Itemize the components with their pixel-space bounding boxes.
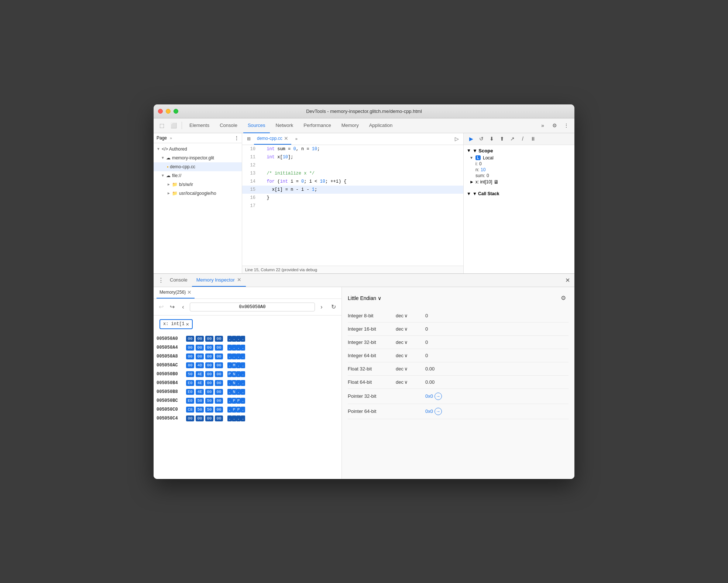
hex-char-7-1[interactable]: P (232, 398, 236, 404)
deactivate-button[interactable]: / (518, 134, 527, 143)
hex-char-2-2[interactable]: . (236, 353, 241, 359)
tree-item-demo-cpp[interactable]: ▪ demo-cpp.cc (154, 162, 242, 171)
menu-dots-icon[interactable]: ⋮ (561, 120, 571, 131)
hex-byte-1-2[interactable]: 00 (205, 345, 213, 351)
more-tabs-icon[interactable]: » (538, 120, 548, 131)
hex-byte-4-1[interactable]: 4E (196, 371, 204, 377)
tree-item-usr[interactable]: ► 📁 usr/local/google/ho (154, 189, 242, 198)
refresh-button[interactable]: ↻ (328, 302, 339, 312)
hex-char-2-3[interactable]: . (241, 353, 245, 359)
hex-byte-3-2[interactable]: 00 (205, 362, 213, 368)
hex-byte-1-0[interactable]: 00 (186, 345, 194, 351)
format-float64[interactable]: dec ∨ (396, 379, 425, 385)
hex-char-6-3[interactable]: . (241, 389, 245, 395)
hex-char-8-1[interactable]: P (232, 407, 236, 413)
tree-item-bsw[interactable]: ► 📁 b/s/w/ir (154, 180, 242, 189)
hex-char-0-3[interactable]: . (241, 336, 245, 342)
hex-byte-4-2[interactable]: 00 (205, 371, 213, 377)
hex-char-9-2[interactable]: . (236, 415, 241, 421)
hex-char-6-0[interactable]: . (227, 389, 232, 395)
hex-byte-9-2[interactable]: 00 (205, 415, 213, 421)
tab-console-bottom[interactable]: Console (165, 273, 192, 287)
hex-byte-6-3[interactable]: 00 (215, 389, 223, 395)
hex-byte-1-1[interactable]: 00 (196, 345, 204, 351)
tab-network[interactable]: Network (271, 118, 298, 133)
hex-char-1-1[interactable]: . (232, 345, 236, 351)
format-int16[interactable]: dec ∨ (396, 326, 425, 332)
hex-byte-5-2[interactable]: 00 (205, 380, 213, 386)
hex-char-5-0[interactable]: . (227, 380, 232, 386)
hex-byte-5-1[interactable]: 4E (196, 380, 204, 386)
hex-byte-2-2[interactable]: 00 (205, 353, 213, 359)
hex-byte-8-2[interactable]: 50 (205, 407, 213, 413)
hex-byte-0-2[interactable]: 00 (205, 336, 213, 342)
hex-byte-0-1[interactable]: 00 (196, 336, 204, 342)
hex-byte-8-1[interactable]: 50 (196, 407, 204, 413)
scope-x[interactable]: ► x: int[10] 🖥 (470, 179, 571, 185)
tab-elements[interactable]: Elements (185, 118, 214, 133)
nav-prev-button[interactable]: ‹ (179, 303, 188, 311)
tab-performance[interactable]: Performance (299, 118, 335, 133)
hex-byte-7-2[interactable]: 50 (205, 398, 213, 404)
hex-char-9-3[interactable]: . (241, 415, 245, 421)
scope-local-header[interactable]: ▼ L Local (470, 155, 571, 161)
hex-char-6-1[interactable]: N (232, 389, 236, 395)
hex-char-4-1[interactable]: N (232, 371, 236, 377)
hex-char-7-3[interactable]: . (241, 398, 245, 404)
format-int32[interactable]: dec ∨ (396, 339, 425, 345)
value-inspector-settings-icon[interactable]: ⚙ (558, 293, 569, 303)
hex-char-0-1[interactable]: . (232, 336, 236, 342)
hex-byte-4-0[interactable]: 50 (186, 371, 194, 377)
hex-char-7-0[interactable]: . (227, 398, 232, 404)
tab-application[interactable]: Application (365, 118, 397, 133)
collapse-icon[interactable]: ⊞ (244, 134, 254, 144)
more-tabs-code-icon[interactable]: » (291, 134, 302, 144)
hex-byte-8-3[interactable]: 00 (215, 407, 223, 413)
hex-char-1-0[interactable]: . (227, 345, 232, 351)
file-panel-more-icon[interactable]: » (170, 136, 172, 140)
hex-byte-5-0[interactable]: E0 (186, 380, 194, 386)
hex-byte-3-3[interactable]: 00 (215, 362, 223, 368)
tree-item-memory-inspector[interactable]: ▼ ☁ memory-inspector.glit (154, 153, 242, 162)
tree-item-authored[interactable]: ▼ </> Authored (154, 145, 242, 153)
hex-char-2-0[interactable]: . (227, 353, 232, 359)
hex-byte-0-3[interactable]: 00 (215, 336, 223, 342)
nav-next-button[interactable]: › (317, 303, 326, 311)
code-tab-close-icon[interactable]: ✕ (284, 135, 288, 141)
settings-icon[interactable]: ⚙ (549, 120, 560, 131)
hex-byte-6-1[interactable]: 4E (196, 389, 204, 395)
ptr32-arrow-icon[interactable]: → (435, 393, 442, 400)
hex-byte-7-1[interactable]: 50 (196, 398, 204, 404)
hex-char-3-2[interactable]: . (236, 362, 241, 368)
hex-char-5-1[interactable]: N (232, 380, 236, 386)
pause-button[interactable]: ⏸ (529, 134, 538, 143)
hex-byte-2-1[interactable]: 00 (196, 353, 204, 359)
scope-header[interactable]: ▼ ▼ Scope (467, 148, 571, 153)
tab-console[interactable]: Console (215, 118, 242, 133)
hex-char-8-0[interactable]: . (227, 407, 232, 413)
hex-byte-6-0[interactable]: E0 (186, 389, 194, 395)
expression-tag-close-icon[interactable]: ✕ (186, 321, 189, 327)
hex-byte-9-3[interactable]: 00 (215, 415, 223, 421)
hex-byte-8-0[interactable]: C8 (186, 407, 194, 413)
tree-item-file-protocol[interactable]: ▼ ☁ file:// (154, 171, 242, 180)
hex-char-8-3[interactable]: . (241, 407, 245, 413)
hex-byte-7-0[interactable]: E0 (186, 398, 194, 404)
hex-byte-0-0[interactable]: 00 (186, 336, 194, 342)
hex-char-4-2[interactable]: . (236, 371, 241, 377)
hex-char-3-0[interactable]: . (227, 362, 232, 368)
device-icon[interactable]: ⬜ (168, 120, 179, 131)
hex-byte-2-3[interactable]: 00 (215, 353, 223, 359)
step-into-button[interactable]: ⬇ (487, 134, 496, 143)
format-int64[interactable]: dec ∨ (396, 353, 425, 358)
hex-byte-4-3[interactable]: 00 (215, 371, 223, 377)
maximize-button[interactable] (174, 109, 178, 114)
hex-char-1-3[interactable]: . (241, 345, 245, 351)
pointer-icon[interactable]: ⬚ (157, 120, 167, 131)
run-snippet-icon[interactable]: ▷ (451, 134, 462, 144)
memory-inspect-icon[interactable]: 🖥 (494, 179, 499, 185)
bottom-panel-dots-icon[interactable]: ⋮ (157, 277, 165, 284)
address-input[interactable] (190, 303, 315, 311)
code-tab-demo-cpp[interactable]: demo-cpp.cc ✕ (254, 133, 291, 145)
memory-inspector-tab-close-icon[interactable]: ✕ (237, 277, 241, 283)
